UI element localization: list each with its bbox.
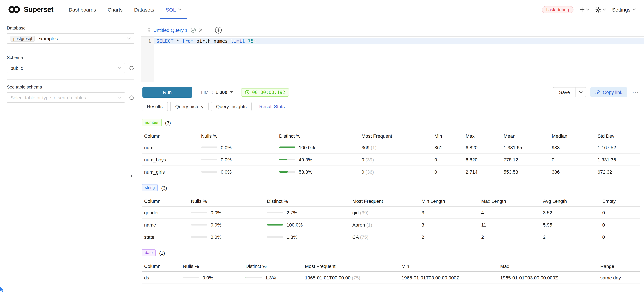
table-header-row: ColumnNulls %Distinct %Most FrequentMin …: [142, 196, 640, 206]
line-number: 1: [142, 38, 154, 44]
settings-label: Settings: [612, 6, 630, 12]
table-schema-section: See table schema Select table or type to…: [7, 84, 134, 109]
distinct-percent: 2.7%: [286, 210, 298, 215]
cell-min-length: 2: [419, 234, 479, 240]
nulls-percent: 0.0%: [221, 169, 232, 174]
nav-item-charts[interactable]: Charts: [102, 0, 128, 19]
result-tabs: ResultsQuery historyQuery InsightsResult…: [142, 102, 640, 113]
more-options-button[interactable]: ⋯: [632, 88, 640, 96]
query-tab-title: Untitled Query 1: [153, 27, 188, 33]
close-tab-button[interactable]: [199, 28, 202, 32]
close-icon: [199, 28, 202, 32]
database-select-value: examples: [38, 36, 58, 41]
column-header-min-length: Min Length: [419, 198, 479, 204]
cell-max-length: 4: [479, 210, 540, 215]
cell-min: 1965-01-01T03:00:00.000Z: [399, 275, 498, 280]
column-header-nulls: Nulls %: [180, 263, 243, 269]
chevron-down-icon: [118, 96, 122, 99]
caret-down-icon: [230, 91, 233, 93]
run-button[interactable]: Run: [142, 87, 192, 98]
table-row: num0.0%100.0%369 (1)3616,8201,331.659331…: [142, 142, 640, 154]
nav-items: DashboardsChartsDatasetsSQL: [63, 0, 187, 19]
badge-count: (1): [159, 250, 165, 256]
copy-link-button[interactable]: Copy link: [590, 87, 627, 97]
refresh-tables-button[interactable]: [129, 95, 134, 100]
navbar: Superset DashboardsChartsDatasetsSQL fla…: [0, 0, 644, 19]
stats-section-string: string(3)ColumnNulls %Distinct %Most Fre…: [142, 184, 640, 243]
cell-distinct: 53.3%: [277, 169, 359, 174]
tab-query-insights[interactable]: Query Insights: [211, 102, 252, 111]
distinct-percent: 1.3%: [286, 234, 298, 240]
cell-mean: 778.12: [501, 157, 550, 162]
nav-item-sql[interactable]: SQL: [160, 0, 187, 19]
code-token: limit: [230, 38, 245, 44]
distinct-percent: 53.3%: [299, 169, 312, 174]
superset-logo[interactable]: Superset: [8, 0, 54, 19]
code-area[interactable]: SELECT * from birth_names limit 75;: [154, 36, 644, 82]
column-header-distinct: Distinct %: [264, 198, 350, 204]
tab-query-history[interactable]: Query history: [170, 102, 208, 111]
schema-select[interactable]: public: [7, 63, 125, 73]
sqllab-main: Untitled Query 1: [142, 19, 644, 293]
drag-handle-icon: [148, 28, 150, 32]
cell-median: 933: [550, 145, 595, 150]
chevron-left-icon: ‹: [130, 172, 133, 180]
query-tab-bar: Untitled Query 1: [142, 24, 644, 36]
most-frequent-count: (1): [365, 222, 372, 228]
tab-results[interactable]: Results: [142, 102, 168, 111]
code-token: 75: [248, 38, 254, 44]
settings-menu[interactable]: Settings: [612, 6, 636, 12]
mouse-cursor: [0, 286, 5, 293]
column-header-max-length: Max Length: [479, 198, 540, 204]
chevron-down-icon: [632, 8, 636, 10]
nulls-percent: 0.0%: [221, 145, 232, 150]
theme-toggle-button[interactable]: [596, 6, 606, 12]
cell-nulls: 0.0%: [199, 157, 277, 162]
refresh-icon: [129, 95, 134, 100]
editor-toolbar: Run LIMIT: 1 000 00:00:00.192: [142, 87, 644, 98]
badge-count: (3): [165, 120, 171, 125]
most-frequent-value: 0: [362, 157, 364, 162]
limit-dropdown[interactable]: LIMIT: 1 000: [201, 90, 233, 95]
new-query-tab-button[interactable]: [214, 26, 222, 34]
type-badge: number: [142, 119, 162, 126]
cell-most-frequent: 369 (1): [359, 145, 432, 150]
limit-value: 1 000: [216, 90, 228, 95]
nav-item-dashboards[interactable]: Dashboards: [63, 0, 102, 19]
nav-item-label: Charts: [108, 6, 122, 12]
collapse-sidebar-button[interactable]: ‹: [128, 171, 135, 180]
cell-most-frequent: CA (75): [350, 234, 419, 240]
column-header-min: Min: [432, 133, 463, 138]
cell-distinct: 1.3%: [264, 234, 350, 240]
panel-resize-handle[interactable]: [142, 98, 644, 102]
new-item-button[interactable]: [580, 7, 590, 12]
distinct-percent: 100.0%: [299, 145, 315, 150]
stats-section-number: number(3)ColumnNulls %Distinct %Most Fre…: [142, 119, 640, 178]
column-header-column: Column: [142, 263, 180, 269]
column-header-max: Max: [463, 133, 501, 138]
editor-gutter: 1: [142, 36, 154, 82]
most-frequent-count: (75): [350, 275, 360, 280]
save-button[interactable]: Save: [553, 87, 576, 97]
cell-max: 1965-01-01T03:00:00.000Z: [498, 275, 598, 280]
sql-editor[interactable]: 1 SELECT * from birth_names limit 75;: [142, 36, 644, 82]
tab-result-stats[interactable]: Result Stats: [254, 102, 290, 111]
cell-column: num_girls: [142, 169, 199, 174]
cell-distinct: 2.7%: [264, 210, 350, 215]
schema-section: Schema public: [7, 55, 134, 80]
cell-empty: 0: [600, 222, 640, 228]
table-select[interactable]: Select table or type to search tables: [7, 92, 125, 103]
results-panel: ResultsQuery historyQuery InsightsResult…: [142, 102, 644, 293]
chevron-down-icon: [178, 8, 182, 10]
database-select[interactable]: postgresql examples: [7, 33, 134, 44]
most-frequent-value: Aaron: [352, 222, 365, 228]
nav-item-datasets[interactable]: Datasets: [128, 0, 160, 19]
refresh-schemas-button[interactable]: [129, 65, 134, 71]
cell-median: 386: [550, 169, 595, 174]
limit-label: LIMIT:: [201, 90, 213, 95]
save-options-button[interactable]: [576, 87, 586, 97]
query-tab[interactable]: Untitled Query 1: [144, 24, 208, 36]
cell-most-frequent: 0 (39): [359, 157, 432, 162]
cell-max: 6,820: [463, 145, 501, 150]
cell-min: 0: [432, 169, 463, 174]
